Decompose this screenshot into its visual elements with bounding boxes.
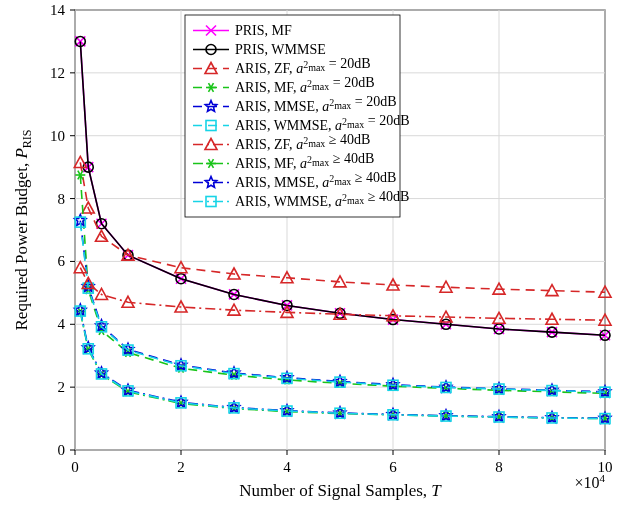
x-axis-title: Number of Signal Samples, T <box>239 481 442 500</box>
svg-text:2: 2 <box>177 459 185 475</box>
svg-text:4: 4 <box>58 316 66 332</box>
x-exponent-label: ×104 <box>574 472 605 491</box>
legend: PRIS, MFPRIS, WMMSEARIS, ZF, a2max = 20d… <box>185 15 410 217</box>
line-chart: { "chart_data": { "type": "line", "xlabe… <box>0 0 624 506</box>
svg-text:12: 12 <box>50 65 65 81</box>
svg-text:14: 14 <box>50 2 66 18</box>
svg-text:8: 8 <box>58 191 66 207</box>
svg-text:8: 8 <box>495 459 503 475</box>
svg-text:0: 0 <box>71 459 79 475</box>
svg-text:4: 4 <box>283 459 291 475</box>
svg-text:2: 2 <box>58 379 66 395</box>
svg-text:10: 10 <box>50 128 65 144</box>
svg-text:PRIS, MF: PRIS, MF <box>235 23 292 38</box>
y-axis-title: Required Power Budget, PRIS <box>12 130 34 331</box>
svg-text:6: 6 <box>389 459 397 475</box>
chart-svg: 024681002468101214×104Number of Signal S… <box>0 0 624 506</box>
svg-text:6: 6 <box>58 253 66 269</box>
svg-text:0: 0 <box>58 442 66 458</box>
svg-text:PRIS, WMMSE: PRIS, WMMSE <box>235 42 326 57</box>
